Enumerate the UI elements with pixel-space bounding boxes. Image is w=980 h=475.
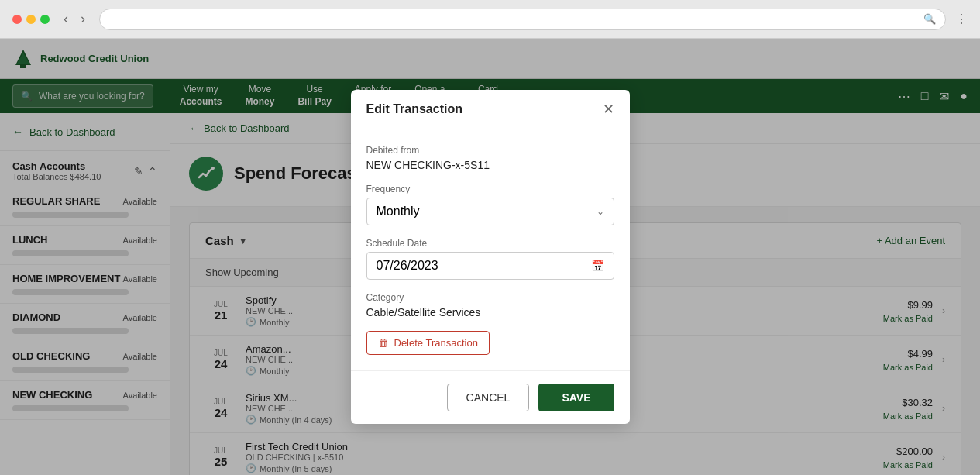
debited-from-label: Debited from: [366, 145, 614, 156]
schedule-date-label: Schedule Date: [366, 238, 614, 249]
modal-footer: CANCEL SAVE: [351, 370, 630, 424]
browser-share-button[interactable]: ⋮: [955, 12, 968, 26]
frequency-select[interactable]: Monthly ⌄: [366, 198, 614, 225]
category-value: Cable/Satellite Services: [366, 306, 614, 318]
schedule-date-field: Schedule Date 07/26/2023 📅: [366, 238, 614, 280]
schedule-date-input[interactable]: 07/26/2023 📅: [366, 252, 614, 280]
modal-close-button[interactable]: ✕: [603, 102, 614, 116]
cancel-button[interactable]: CANCEL: [447, 384, 530, 411]
save-button[interactable]: SAVE: [538, 384, 614, 411]
schedule-date-value: 07/26/2023: [377, 259, 438, 273]
calendar-icon: 📅: [591, 260, 604, 272]
modal-body: Debited from NEW CHECKING-x-5S11 Frequen…: [351, 129, 630, 370]
debited-from-field: Debited from NEW CHECKING-x-5S11: [366, 145, 614, 171]
forward-nav-button[interactable]: ›: [76, 8, 90, 30]
delete-transaction-label: Delete Transaction: [394, 337, 478, 349]
frequency-field: Frequency Monthly ⌄: [366, 184, 614, 225]
debited-from-value: NEW CHECKING-x-5S11: [366, 159, 614, 171]
back-nav-button[interactable]: ‹: [59, 8, 73, 30]
frequency-value: Monthly: [377, 205, 420, 219]
delete-icon: 🗑: [378, 337, 388, 349]
traffic-light-green: [40, 15, 50, 24]
edit-transaction-modal: Edit Transaction ✕ Debited from NEW CHEC…: [351, 90, 630, 424]
modal-title: Edit Transaction: [366, 102, 462, 116]
chevron-down-icon: ⌄: [597, 206, 604, 217]
category-label: Category: [366, 292, 614, 303]
traffic-light-red: [12, 15, 22, 24]
address-search-icon: 🔍: [923, 13, 936, 25]
modal-overlay: Edit Transaction ✕ Debited from NEW CHEC…: [0, 39, 980, 475]
frequency-label: Frequency: [366, 184, 614, 194]
delete-transaction-button[interactable]: 🗑 Delete Transaction: [366, 331, 490, 355]
category-field: Category Cable/Satellite Services: [366, 292, 614, 318]
modal-header: Edit Transaction ✕: [351, 90, 630, 129]
address-bar[interactable]: 🔍: [99, 9, 946, 30]
traffic-light-yellow: [26, 15, 36, 24]
